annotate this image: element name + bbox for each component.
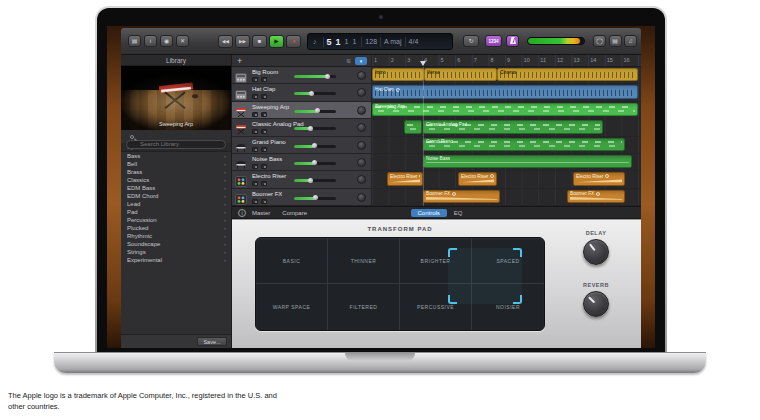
track-mute-button[interactable] — [252, 94, 258, 99]
track-mute-button[interactable] — [252, 181, 258, 186]
region[interactable]: Grand Piano — [423, 138, 625, 151]
track-volume-slider[interactable] — [294, 179, 336, 182]
library-item[interactable]: Experimental› — [121, 256, 231, 264]
library-toggle-button[interactable]: ▤ — [128, 35, 141, 47]
track-volume-slider[interactable] — [294, 197, 336, 200]
region[interactable] — [404, 120, 422, 133]
region[interactable]: Electro Riser — [458, 172, 497, 185]
library-item[interactable]: EDM Bass› — [121, 184, 231, 192]
region[interactable]: Electro Riser — [387, 172, 423, 185]
track-lane[interactable]: Electro RiserElectro RiserElectro Riser — [372, 171, 641, 187]
track-header[interactable]: Boomer FX — [232, 189, 372, 205]
track-volume-slider[interactable] — [294, 110, 336, 113]
track-mute-button[interactable] — [252, 112, 258, 117]
transform-pad-cell[interactable]: THINNER — [328, 238, 400, 284]
master-volume-slider[interactable] — [527, 37, 585, 45]
region[interactable]: Verse — [424, 68, 497, 81]
catch-playhead-button[interactable]: ▾ — [355, 57, 367, 65]
library-item[interactable]: Bell› — [121, 160, 231, 168]
compare-button[interactable]: Compare — [282, 210, 307, 216]
library-item[interactable]: Brass› — [121, 168, 231, 176]
track-pan-knob[interactable] — [357, 71, 366, 80]
editors-button[interactable]: ✕ — [176, 35, 189, 47]
region[interactable]: Chorus — [497, 68, 638, 81]
track-pan-knob[interactable] — [357, 106, 366, 115]
track-solo-button[interactable] — [261, 129, 267, 134]
forward-button[interactable]: ▶▶ — [235, 35, 250, 48]
transform-pad-cell[interactable]: FILTERED — [328, 284, 400, 330]
track-lane[interactable]: Noise Bass — [372, 154, 641, 170]
library-item[interactable]: EDM Chord› — [121, 192, 231, 200]
track-solo-button[interactable] — [261, 112, 267, 117]
track-volume-slider[interactable] — [294, 127, 336, 130]
tab-eq[interactable]: EQ — [454, 210, 463, 216]
track-solo-button[interactable] — [261, 147, 267, 152]
track-header[interactable]: Sweeping Arp — [232, 102, 372, 118]
track-pan-knob[interactable] — [357, 158, 366, 167]
track-mute-button[interactable] — [252, 77, 258, 82]
library-item[interactable]: Bass› — [121, 152, 231, 160]
transform-pad-cell[interactable]: WARP SPACE — [256, 284, 328, 330]
library-item[interactable]: Strings› — [121, 248, 231, 256]
track-pan-knob[interactable] — [357, 193, 366, 202]
region[interactable]: Intro — [372, 68, 424, 81]
region[interactable]: Classic Analog Pad — [423, 120, 603, 133]
loop-browser-button[interactable]: ◯ — [593, 35, 606, 47]
record-button[interactable]: ● — [286, 35, 301, 48]
notepad-button[interactable]: ▤ — [609, 35, 622, 47]
track-volume-thumb[interactable] — [309, 91, 314, 96]
track-header[interactable]: Grand Piano — [232, 137, 372, 153]
save-button[interactable]: Save... — [197, 337, 227, 346]
smart-controls-button[interactable]: ◉ — [160, 35, 173, 47]
track-lane[interactable]: IntroVerseChorus — [372, 67, 641, 83]
info-button[interactable]: i — [238, 209, 246, 217]
delay-knob[interactable] — [583, 239, 609, 265]
preset-image[interactable]: Sweeping Arp — [121, 66, 231, 130]
transform-pad-cell[interactable]: BASIC — [256, 238, 328, 284]
track-solo-button[interactable] — [261, 77, 267, 82]
track-pan-knob[interactable] — [357, 175, 366, 184]
library-item[interactable]: Pad› — [121, 208, 231, 216]
track-pan-knob[interactable] — [357, 141, 366, 150]
automation-button[interactable]: ≋ — [346, 58, 351, 64]
track-header[interactable]: Electro Riser — [232, 171, 372, 187]
track-solo-button[interactable] — [261, 164, 267, 169]
track-pan-knob[interactable] — [357, 88, 366, 97]
library-item[interactable]: Rhythmic› — [121, 232, 231, 240]
region[interactable]: Sweeping Arp — [372, 103, 638, 116]
quick-help-button[interactable]: i — [144, 35, 157, 47]
cycle-button[interactable]: ↻ — [463, 35, 479, 47]
library-item[interactable]: Plucked› — [121, 224, 231, 232]
track-volume-thumb[interactable] — [312, 143, 317, 148]
track-volume-thumb[interactable] — [315, 108, 320, 113]
track-solo-button[interactable] — [261, 94, 267, 99]
track-mute-button[interactable] — [252, 199, 258, 204]
count-in-button[interactable]: 1234 — [485, 35, 502, 47]
track-mute-button[interactable] — [252, 129, 258, 134]
media-browser-button[interactable]: ♫ — [624, 35, 637, 47]
region[interactable]: Electro Riser — [573, 172, 625, 185]
library-item[interactable]: Lead› — [121, 200, 231, 208]
track-solo-button[interactable] — [261, 181, 267, 186]
track-lane[interactable]: Classic Analog Pad — [372, 119, 641, 135]
track-header[interactable]: Hat Clap — [232, 84, 372, 100]
add-track-button[interactable]: + — [237, 55, 242, 67]
track-lane[interactable]: Sweeping Arp — [372, 102, 641, 118]
tab-controls[interactable]: Controls — [410, 209, 446, 217]
library-item[interactable]: Soundscape› — [121, 240, 231, 248]
region[interactable]: Boomer FX — [423, 190, 500, 203]
metronome-button[interactable] — [506, 35, 519, 47]
stop-button[interactable]: ■ — [252, 35, 267, 48]
track-lane[interactable]: Grand Piano — [372, 137, 641, 153]
lcd-display[interactable]: ♪ 5 1 1 1 128 A maj 4/4 — [307, 33, 453, 50]
track-lane[interactable]: Boomer FXBoomer FX — [372, 189, 641, 205]
track-volume-slider[interactable] — [294, 75, 336, 78]
region[interactable]: Hat Clap — [372, 85, 638, 98]
track-lane[interactable]: Hat Clap — [372, 84, 641, 100]
track-volume-slider[interactable] — [294, 145, 336, 148]
transform-pad-selection[interactable] — [448, 248, 522, 304]
track-header[interactable]: Noise Bass — [232, 154, 372, 170]
track-volume-slider[interactable] — [294, 162, 336, 165]
reverb-knob[interactable] — [583, 291, 609, 317]
track-volume-slider[interactable] — [294, 92, 336, 95]
